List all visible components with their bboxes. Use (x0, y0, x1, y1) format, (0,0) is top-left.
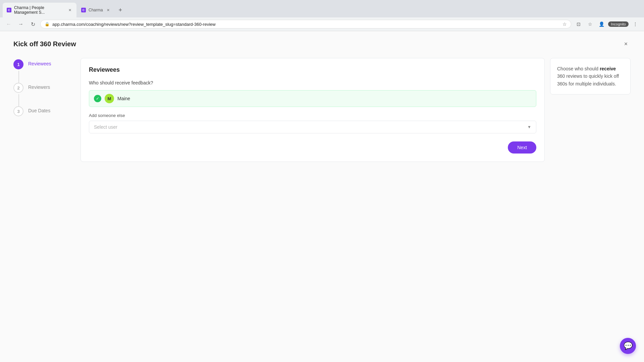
close-button[interactable]: × (621, 39, 631, 49)
incognito-badge: Incognito (608, 21, 629, 27)
tab-charma[interactable]: C Charma ✕ (77, 5, 115, 15)
main-panel: Reviewees Who should receive feedback? ✓… (80, 58, 631, 162)
bookmark-icon: ☆ (562, 21, 567, 27)
browser-chrome: C Charma | People Management S... ✕ C Ch… (0, 0, 644, 31)
extensions-icon[interactable]: ⋮ (631, 19, 640, 29)
tab-favicon-1: C (7, 8, 11, 12)
tab-label-1: Charma | People Management S... (14, 5, 64, 15)
chat-icon: 💬 (624, 342, 633, 350)
chevron-down-icon: ▼ (527, 125, 531, 129)
url-text: app.charma.com/coaching/reviews/new?revi… (52, 22, 560, 27)
lock-icon: 🔒 (45, 22, 50, 26)
step-connector-1 (18, 71, 19, 84)
info-suffix: 360 reviews to quickly kick off 360s for… (557, 73, 619, 86)
layout: 1 Reviewees 2 Reviewers 3 Due Dates (13, 58, 631, 162)
step-item-reviewers: 2 Reviewers (13, 83, 80, 93)
check-icon: ✓ (94, 95, 101, 102)
chat-button[interactable]: 💬 (620, 338, 636, 354)
forward-button[interactable]: → (16, 19, 25, 29)
incognito-label: Incognito (611, 22, 626, 26)
add-someone-label: Add someone else (89, 113, 536, 118)
avatar: M (105, 94, 114, 103)
section-title: Reviewees (89, 66, 536, 73)
profile-icon[interactable]: 👤 (597, 19, 606, 29)
new-tab-button[interactable]: + (116, 5, 125, 15)
step-circle-3: 3 (13, 106, 23, 116)
step-circle-2: 2 (13, 83, 23, 93)
step-label-reviewers: Reviewers (28, 83, 50, 90)
tab-bar: C Charma | People Management S... ✕ C Ch… (0, 0, 644, 17)
tab-favicon-2: C (81, 8, 86, 12)
select-user-dropdown[interactable]: Select user ▼ (89, 121, 536, 133)
info-card: Choose who should receive 360 reviews to… (550, 58, 631, 95)
step-connector-2 (18, 94, 19, 108)
address-bar: ← → ↻ 🔒 app.charma.com/coaching/reviews/… (0, 17, 644, 31)
form-footer: Next (89, 141, 536, 154)
page-title: Kick off 360 Review (13, 40, 76, 48)
step-item-reviewees: 1 Reviewees (13, 59, 80, 69)
step-label-reviewees: Reviewees (28, 59, 51, 66)
select-placeholder: Select user (94, 124, 117, 130)
browser-actions: ⊡ ☆ 👤 Incognito ⋮ (574, 19, 640, 29)
modal-title-row: Kick off 360 Review × (13, 39, 631, 49)
question-label: Who should receive feedback? (89, 80, 536, 85)
step-label-due-dates: Due Dates (28, 106, 50, 113)
info-bold: receive (600, 66, 616, 71)
page-content: Kick off 360 Review × 1 Reviewees 2 Revi… (0, 31, 644, 362)
screen-capture-icon[interactable]: ⊡ (574, 19, 583, 29)
step-circle-1: 1 (13, 59, 23, 69)
refresh-button[interactable]: ↻ (28, 19, 38, 29)
tab-close-1[interactable]: ✕ (67, 7, 72, 13)
step-item-due-dates: 3 Due Dates (13, 106, 80, 116)
reviewee-item: ✓ M Maine (89, 90, 536, 107)
next-button[interactable]: Next (508, 141, 536, 154)
reviewee-name: Maine (117, 96, 130, 101)
info-prefix: Choose who should (557, 66, 600, 71)
form-card: Reviewees Who should receive feedback? ✓… (80, 58, 545, 162)
bookmark-manager-icon[interactable]: ☆ (585, 19, 595, 29)
back-button[interactable]: ← (4, 19, 13, 29)
tab-close-2[interactable]: ✕ (106, 7, 111, 13)
tab-label-2: Charma (89, 8, 103, 12)
stepper: 1 Reviewees 2 Reviewers 3 Due Dates (13, 58, 80, 162)
url-bar[interactable]: 🔒 app.charma.com/coaching/reviews/new?re… (40, 20, 571, 28)
tab-charma-people-management[interactable]: C Charma | People Management S... ✕ (3, 3, 76, 17)
